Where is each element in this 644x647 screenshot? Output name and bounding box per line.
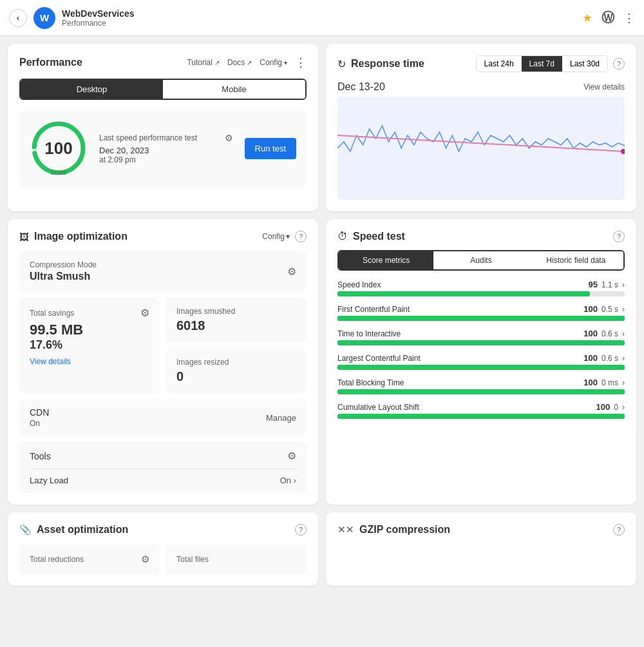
metric-row-tti: Time to Interactive 100 0.6 s › [337, 329, 625, 345]
metric-top-fcp: First Contentful Paint 100 0.5 s › [337, 304, 625, 314]
cdn-box: CDN On Manage [19, 400, 307, 436]
compression-gear-icon[interactable]: ⚙ [287, 266, 296, 278]
metric-top-cls: Cumulative Layout Shift 100 0 › [337, 402, 625, 412]
response-chart-svg [337, 97, 625, 200]
asset-opt-header: 📎 Asset optimization ? [19, 524, 307, 536]
tutorial-link[interactable]: Tutorial ↗ [187, 58, 220, 67]
historic-field-data-tab[interactable]: Historic field data [529, 251, 623, 269]
metric-chevron-lcp[interactable]: › [622, 354, 625, 363]
metric-chevron-fcp[interactable]: › [622, 305, 625, 314]
external-link-icon-2: ↗ [247, 59, 252, 66]
total-files-info: Total files [176, 555, 209, 564]
speed-test-card: ⏱ Speed test ? Score metrics Audits Hist… [326, 219, 636, 505]
performance-title: Performance [19, 57, 82, 68]
metric-top-tbt: Total Blocking Time 100 0 ms › [337, 378, 625, 387]
metric-name-fcp: First Contentful Paint [337, 305, 410, 314]
metric-right-fcp: 100 0.5 s › [583, 304, 625, 314]
gear-icon[interactable]: ⚙ [225, 133, 233, 143]
topbar-left: ‹ W WebDevServices Performance [9, 7, 135, 29]
docs-link[interactable]: Docs ↗ [227, 58, 252, 67]
star-icon[interactable]: ★ [582, 11, 592, 25]
metric-score-tti: 100 [583, 329, 598, 338]
chart-header: Dec 13-20 View details [337, 81, 625, 93]
total-files-box: Total files [166, 545, 307, 574]
response-time-card: ↻ Response time Last 24h Last 7d Last 30… [326, 44, 636, 211]
image-optimization-card: 🖼 Image optimization Config ▾ ? Compress… [8, 219, 318, 505]
progress-fill-tti [337, 340, 625, 345]
score-metrics-tab[interactable]: Score metrics [339, 251, 433, 269]
total-reductions-info: Total reductions [30, 555, 84, 564]
last-30d-btn[interactable]: Last 30d [562, 56, 607, 72]
audits-tab[interactable]: Audits [433, 251, 528, 269]
progress-bg-fcp [337, 316, 625, 321]
metric-right-speed-index: 95 1.1 s › [589, 280, 625, 289]
metric-time-tbt: 0 ms [601, 378, 618, 387]
metric-row-lcp: Largest Contentful Paint 100 0.6 s › [337, 353, 625, 370]
gzip-help-button[interactable]: ? [613, 524, 625, 536]
desktop-tab[interactable]: Desktop [21, 80, 163, 99]
wordpress-icon[interactable]: Ⓦ [601, 9, 614, 26]
mobile-tab[interactable]: Mobile [163, 80, 305, 99]
score-label: Score [50, 169, 67, 176]
view-details-anchor[interactable]: View details [30, 357, 149, 366]
metric-score-fcp: 100 [583, 304, 598, 314]
more-options-icon[interactable]: ⋮ [623, 11, 635, 25]
speed-title-group: ⏱ Speed test [337, 231, 405, 242]
speed-help-button[interactable]: ? [613, 231, 625, 242]
compression-label: Compression Mode [30, 260, 97, 269]
image-help-button[interactable]: ? [295, 231, 307, 242]
gzip-header: ✕✕ GZIP compression ? [337, 524, 625, 536]
metric-chevron-tbt[interactable]: › [622, 378, 625, 387]
back-button[interactable]: ‹ [9, 9, 27, 27]
manage-link[interactable]: Manage [266, 413, 296, 423]
cdn-info: CDN On [30, 407, 49, 428]
metric-row-fcp: First Contentful Paint 100 0.5 s › [337, 304, 625, 321]
metric-name-lcp: Largest Contentful Paint [337, 354, 421, 363]
metric-score-tbt: 100 [583, 378, 598, 387]
metric-right-tti: 100 0.6 s › [583, 329, 625, 338]
total-files-label: Total files [176, 555, 209, 564]
metrics-list: Speed Index 95 1.1 s › First Contentful … [337, 280, 625, 419]
reductions-gear-icon[interactable]: ⚙ [141, 554, 149, 565]
stats-grid: Total savings ⚙ 99.5 MB 17.6% View detai… [19, 298, 307, 393]
lazy-load-value[interactable]: On › [280, 476, 296, 485]
image-opt-title: Image optimization [34, 231, 128, 242]
svg-rect-2 [337, 97, 625, 200]
metric-name-tbt: Total Blocking Time [337, 378, 404, 387]
external-link-icon: ↗ [214, 59, 220, 66]
tools-title: Tools [30, 451, 51, 461]
savings-gear-icon[interactable]: ⚙ [140, 307, 149, 319]
progress-fill-tbt [337, 389, 625, 394]
last-7d-btn[interactable]: Last 7d [522, 56, 562, 72]
compression-mode-box: Compression Mode Ultra Smush ⚙ [19, 251, 307, 291]
image-opt-controls: Config ▾ ? [262, 231, 307, 242]
speed-test-header: ⏱ Speed test ? [337, 231, 625, 242]
asset-help-button[interactable]: ? [295, 524, 307, 536]
response-card-header: ↻ Response time Last 24h Last 7d Last 30… [337, 55, 625, 72]
images-smushed-value: 6018 [176, 318, 296, 333]
metric-row-tbt: Total Blocking Time 100 0 ms › [337, 378, 625, 394]
more-button[interactable]: ⋮ [295, 55, 307, 70]
metric-score-speed-index: 95 [589, 280, 598, 289]
gzip-title-group: ✕✕ GZIP compression [337, 524, 450, 536]
asset-grid: Total reductions ⚙ Total files [19, 545, 307, 574]
score-circle: 100 Score [30, 119, 88, 177]
metric-right-lcp: 100 0.6 s › [583, 353, 625, 363]
tools-box: Tools ⚙ Lazy Load On › [19, 442, 307, 493]
metric-chevron-speed-index[interactable]: › [622, 280, 625, 289]
metric-chevron-tti[interactable]: › [622, 329, 625, 338]
config-link[interactable]: Config ▾ [260, 58, 287, 67]
run-test-button[interactable]: Run test [245, 138, 296, 159]
response-help-button[interactable]: ? [613, 58, 625, 70]
site-subtitle: Performance [62, 19, 135, 28]
images-resized-value: 0 [176, 369, 296, 384]
view-details-link[interactable]: View details [583, 82, 625, 92]
last-24h-btn[interactable]: Last 24h [477, 56, 522, 72]
image-config-button[interactable]: Config ▾ [262, 232, 290, 241]
metric-chevron-cls[interactable]: › [622, 403, 625, 412]
metric-right-cls: 100 0 › [596, 402, 625, 412]
gzip-icon: ✕✕ [337, 524, 354, 536]
site-name: WebDevServices [62, 8, 135, 19]
progress-bg-cls [337, 414, 625, 419]
tools-gear-icon[interactable]: ⚙ [287, 450, 296, 462]
